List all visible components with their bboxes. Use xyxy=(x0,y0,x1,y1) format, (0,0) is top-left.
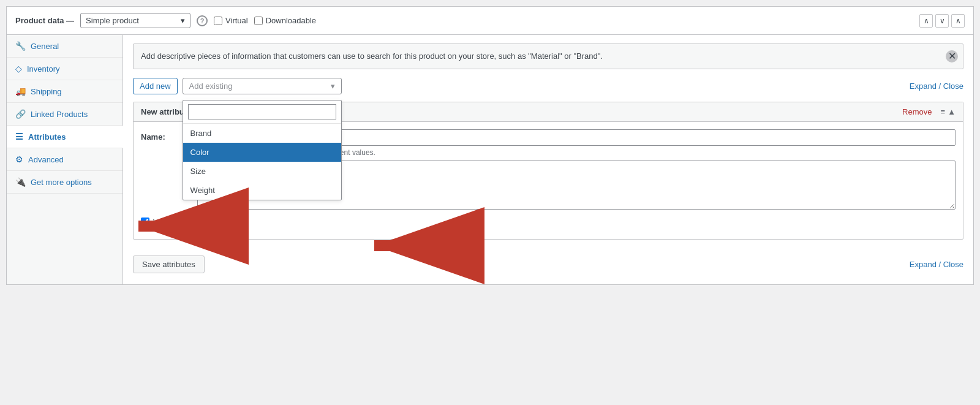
visible-on-checkbox[interactable] xyxy=(141,218,149,226)
collapse-up-button[interactable]: ∧ xyxy=(919,14,933,28)
collapse-icon[interactable]: ▲ xyxy=(948,107,956,116)
list-icon: ☰ xyxy=(15,132,23,142)
product-data-title: Product data — xyxy=(15,16,74,25)
info-banner: Add descriptive pieces of information th… xyxy=(133,44,963,69)
chevron-down-icon: ▾ xyxy=(331,81,335,91)
inventory-icon: ◇ xyxy=(15,64,22,74)
downloadable-label: Downloadable xyxy=(266,16,316,25)
footer-expand-close-button[interactable]: Expand / Close xyxy=(910,260,963,269)
virtual-label: Virtual xyxy=(225,16,248,25)
collapse-toggle-button[interactable]: ∧ xyxy=(951,14,965,28)
dropdown-option-size[interactable]: Size xyxy=(183,162,341,181)
virtual-checkbox[interactable] xyxy=(214,17,222,25)
collapse-down-button[interactable]: ∨ xyxy=(935,14,949,28)
sidebar-item-advanced[interactable]: ⚙ Advanced xyxy=(7,148,123,171)
truck-icon: 🚚 xyxy=(15,86,26,96)
section-icons: ≡ ▲ xyxy=(941,107,956,116)
dropdown-option-weight[interactable]: Weight xyxy=(183,181,341,200)
info-text: Add descriptive pieces of information th… xyxy=(141,51,603,61)
save-attributes-button[interactable]: Save attributes xyxy=(133,255,205,273)
add-existing-placeholder: Add existing xyxy=(189,81,233,91)
main-content: Add descriptive pieces of information th… xyxy=(123,35,973,284)
virtual-checkbox-label[interactable]: Virtual xyxy=(214,16,248,25)
product-type-select[interactable]: Simple product ▾ xyxy=(80,13,190,28)
sidebar-item-shipping[interactable]: 🚚 Shipping xyxy=(7,80,123,103)
sidebar-item-label: Get more options xyxy=(31,178,92,187)
downloadable-checkbox[interactable] xyxy=(254,17,263,25)
plugin-icon: 🔌 xyxy=(15,177,26,187)
add-existing-dropdown-trigger[interactable]: Add existing ▾ xyxy=(183,78,342,94)
add-existing-dropdown-wrapper: Add existing ▾ Brand Color xyxy=(183,78,342,94)
actions-row: Add new Add existing ▾ Brand xyxy=(133,78,963,94)
product-type-label: Simple product xyxy=(86,16,139,25)
sidebar-item-general[interactable]: 🔧 General xyxy=(7,35,123,58)
remove-button[interactable]: Remove xyxy=(902,107,932,116)
sidebar: 🔧 General ◇ Inventory 🚚 Shipping 🔗 Linke… xyxy=(7,35,123,284)
sidebar-item-label: Shipping xyxy=(31,87,62,96)
footer-row: Save attributes Expand / Close xyxy=(133,248,963,276)
header-controls: ∧ ∨ ∧ xyxy=(919,14,965,28)
sidebar-item-attributes[interactable]: ☰ Attributes xyxy=(7,126,123,148)
visible-on-label: Visible on xyxy=(153,218,187,227)
sidebar-item-label: General xyxy=(31,42,59,51)
sidebar-item-label: Linked Products xyxy=(31,110,88,119)
expand-close-button[interactable]: Expand / Close xyxy=(910,81,963,91)
dropdown-option-brand[interactable]: Brand xyxy=(183,124,341,143)
link-icon: 🔗 xyxy=(15,109,26,119)
sidebar-item-label: Attributes xyxy=(28,132,66,142)
sidebar-item-label: Inventory xyxy=(27,64,59,74)
product-data-body: 🔧 General ◇ Inventory 🚚 Shipping 🔗 Linke… xyxy=(7,35,973,284)
gear-icon: ⚙ xyxy=(15,154,23,164)
product-data-panel: Product data — Simple product ▾ ? Virtua… xyxy=(6,6,974,285)
add-existing-dropdown-menu: Brand Color Size Weight xyxy=(183,100,342,200)
add-new-button[interactable]: Add new xyxy=(133,78,178,94)
close-banner-button[interactable]: ✕ xyxy=(946,50,958,62)
dropdown-search-input[interactable] xyxy=(188,104,336,119)
sidebar-item-linked-products[interactable]: 🔗 Linked Products xyxy=(7,103,123,126)
sidebar-item-inventory[interactable]: ◇ Inventory xyxy=(7,58,123,80)
reorder-icon[interactable]: ≡ xyxy=(941,107,946,116)
sidebar-item-label: Advanced xyxy=(28,155,64,164)
sidebar-item-get-more-options[interactable]: 🔌 Get more options xyxy=(7,171,123,194)
dropdown-option-color[interactable]: Color xyxy=(183,143,341,162)
help-icon[interactable]: ? xyxy=(197,15,208,26)
product-data-header: Product data — Simple product ▾ ? Virtua… xyxy=(7,7,973,35)
visible-on-row: Visible on xyxy=(141,218,956,227)
dropdown-search-area xyxy=(183,100,341,124)
chevron-down-icon: ▾ xyxy=(181,16,185,25)
wrench-icon: 🔧 xyxy=(15,41,26,51)
downloadable-checkbox-label[interactable]: Downloadable xyxy=(254,16,316,25)
